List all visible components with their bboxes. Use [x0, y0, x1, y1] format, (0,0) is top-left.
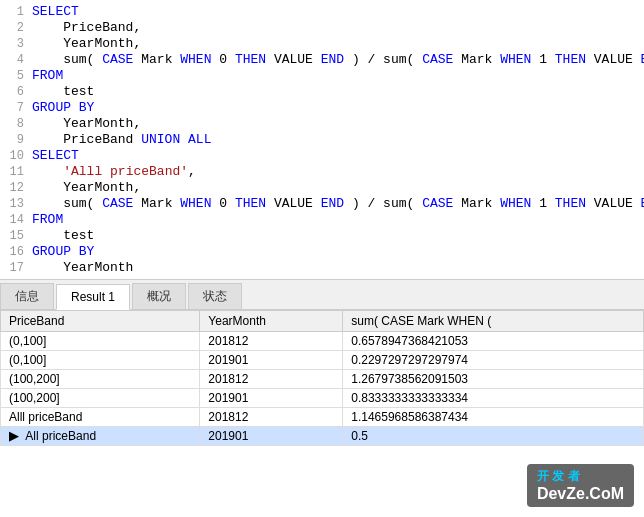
table-cell: 201901: [200, 389, 343, 408]
line-content: SELECT: [32, 148, 79, 164]
line-content: PriceBand UNION ALL: [32, 132, 211, 148]
table-header: YearMonth: [200, 311, 343, 332]
code-line: 13 sum( CASE Mark WHEN 0 THEN VALUE END …: [0, 196, 644, 212]
line-content: PriceBand,: [32, 20, 141, 36]
code-line: 17 YearMonth: [0, 260, 644, 276]
code-line: 5FROM: [0, 68, 644, 84]
line-number: 1: [4, 4, 32, 20]
line-number: 9: [4, 132, 32, 148]
line-number: 12: [4, 180, 32, 196]
line-content: sum( CASE Mark WHEN 0 THEN VALUE END ) /…: [32, 196, 644, 212]
table-cell: 1.2679738562091503: [343, 370, 644, 389]
code-line: 11 'Alll priceBand',: [0, 164, 644, 180]
code-editor[interactable]: 1SELECT2 PriceBand,3 YearMonth,4 sum( CA…: [0, 0, 644, 280]
line-number: 11: [4, 164, 32, 180]
line-content: YearMonth,: [32, 180, 141, 196]
table-row[interactable]: Alll priceBand2018121.1465968586387434: [1, 408, 644, 427]
table-cell: 1.1465968586387434: [343, 408, 644, 427]
line-number: 15: [4, 228, 32, 244]
tab-信息[interactable]: 信息: [0, 283, 54, 309]
table-cell: 0.2297297297297974: [343, 351, 644, 370]
line-content: SELECT: [32, 4, 79, 20]
watermark: 开 发 者 DevZe.CoM: [527, 464, 634, 507]
line-content: test: [32, 228, 94, 244]
results-table: PriceBandYearMonthsum( CASE Mark WHEN ( …: [0, 310, 644, 446]
line-number: 16: [4, 244, 32, 260]
watermark-line2: DevZe.CoM: [537, 485, 624, 503]
line-content: YearMonth,: [32, 36, 141, 52]
code-line: 3 YearMonth,: [0, 36, 644, 52]
watermark-line1: 开 发 者: [537, 468, 624, 485]
code-line: 8 YearMonth,: [0, 116, 644, 132]
line-content: GROUP BY: [32, 100, 94, 116]
line-number: 2: [4, 20, 32, 36]
line-content: sum( CASE Mark WHEN 0 THEN VALUE END ) /…: [32, 52, 644, 68]
line-content: YearMonth,: [32, 116, 141, 132]
table-cell: 201901: [200, 351, 343, 370]
tab-概况[interactable]: 概况: [132, 283, 186, 309]
table-cell: 201812: [200, 408, 343, 427]
table-row[interactable]: (100,200]2019010.8333333333333334: [1, 389, 644, 408]
line-number: 3: [4, 36, 32, 52]
line-content: test: [32, 84, 94, 100]
tabs-bar: 信息Result 1概况状态: [0, 280, 644, 310]
line-number: 4: [4, 52, 32, 68]
code-line: 1SELECT: [0, 4, 644, 20]
line-content: YearMonth: [32, 260, 133, 276]
table-cell: Alll priceBand: [1, 408, 200, 427]
table-cell: 0.8333333333333334: [343, 389, 644, 408]
table-row[interactable]: (100,200]2018121.2679738562091503: [1, 370, 644, 389]
table-cell: 201901: [200, 427, 343, 446]
line-number: 10: [4, 148, 32, 164]
table-cell: 0.6578947368421053: [343, 332, 644, 351]
table-cell: 0.5: [343, 427, 644, 446]
table-row[interactable]: (0,100]2018120.6578947368421053: [1, 332, 644, 351]
code-line: 4 sum( CASE Mark WHEN 0 THEN VALUE END )…: [0, 52, 644, 68]
line-content: FROM: [32, 212, 63, 228]
line-number: 8: [4, 116, 32, 132]
table-cell: (0,100]: [1, 351, 200, 370]
tab-状态[interactable]: 状态: [188, 283, 242, 309]
line-number: 7: [4, 100, 32, 116]
table-cell: ▶ All priceBand: [1, 427, 200, 446]
table-header: sum( CASE Mark WHEN (: [343, 311, 644, 332]
line-number: 6: [4, 84, 32, 100]
table-row[interactable]: (0,100]2019010.2297297297297974: [1, 351, 644, 370]
code-line: 15 test: [0, 228, 644, 244]
code-line: 2 PriceBand,: [0, 20, 644, 36]
code-line: 12 YearMonth,: [0, 180, 644, 196]
table-cell: (100,200]: [1, 370, 200, 389]
code-line: 10SELECT: [0, 148, 644, 164]
line-number: 5: [4, 68, 32, 84]
table-header: PriceBand: [1, 311, 200, 332]
code-line: 9 PriceBand UNION ALL: [0, 132, 644, 148]
line-content: 'Alll priceBand',: [32, 164, 196, 180]
tab-Result-1[interactable]: Result 1: [56, 284, 130, 310]
code-line: 7GROUP BY: [0, 100, 644, 116]
code-line: 16GROUP BY: [0, 244, 644, 260]
table-row[interactable]: ▶ All priceBand2019010.5: [1, 427, 644, 446]
code-line: 6 test: [0, 84, 644, 100]
line-number: 14: [4, 212, 32, 228]
line-number: 13: [4, 196, 32, 212]
table-cell: 201812: [200, 332, 343, 351]
table-cell: (100,200]: [1, 389, 200, 408]
line-content: GROUP BY: [32, 244, 94, 260]
code-line: 14FROM: [0, 212, 644, 228]
line-number: 17: [4, 260, 32, 276]
table-cell: 201812: [200, 370, 343, 389]
table-cell: (0,100]: [1, 332, 200, 351]
line-content: FROM: [32, 68, 63, 84]
